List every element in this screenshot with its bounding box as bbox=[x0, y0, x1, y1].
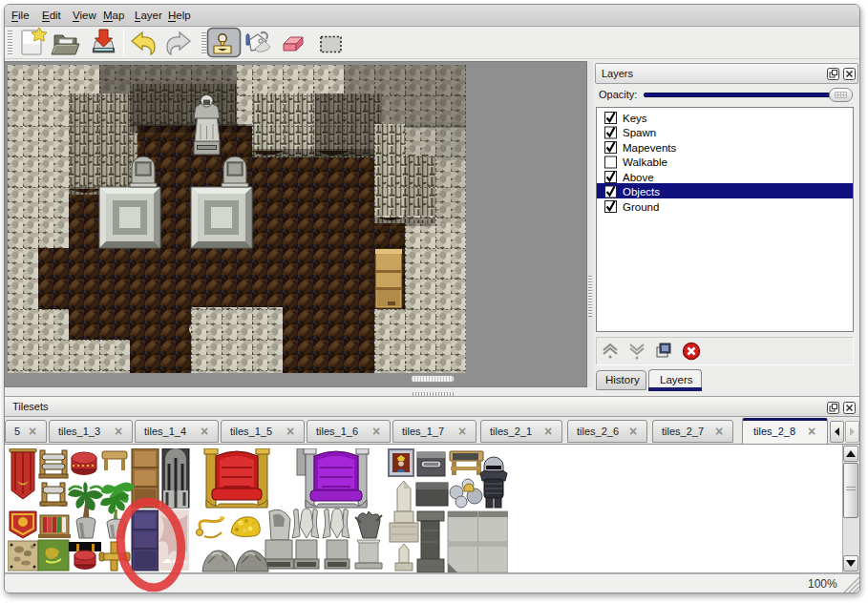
svg-text:Ground: Ground bbox=[623, 201, 659, 213]
svg-text:Spawn: Spawn bbox=[623, 127, 656, 138]
svg-text:Walkable: Walkable bbox=[623, 156, 667, 168]
svg-text:Above: Above bbox=[623, 172, 654, 183]
svg-text:Objects: Objects bbox=[623, 186, 660, 198]
svg-text:Keys: Keys bbox=[623, 113, 647, 124]
svg-text:Mapevents: Mapevents bbox=[623, 142, 677, 154]
